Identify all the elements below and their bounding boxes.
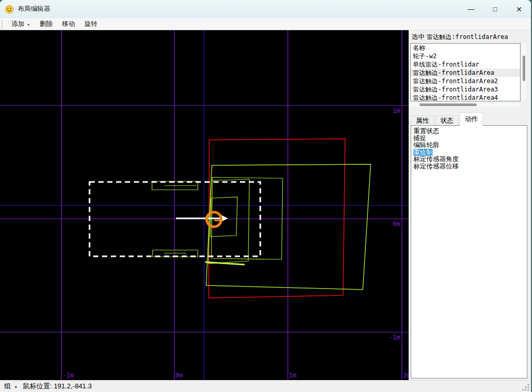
right-panel: 选中 雷达触边:frontlidarArea 名称轮子-w2单线雷达-front… [409,30,531,380]
chevron-down-icon: ▼ [27,23,30,27]
app-icon [5,5,14,14]
maximize-button[interactable]: □ [483,0,507,18]
close-button[interactable]: ✕ [507,0,531,18]
name-list-item[interactable]: 雷达触边-frontlidarArea2 [411,77,520,85]
layout-canvas[interactable]: 1m0m-1m-1m0m1m2m [0,30,409,380]
hscrollbar-thumb[interactable] [420,103,477,106]
name-list-item[interactable]: 轮子-w2 [411,52,520,60]
mouse-position-label: 鼠标位置: [23,382,52,390]
selection-value: 雷达触边:frontlidarArea [426,33,508,41]
action-item[interactable]: 重绘制 [413,149,433,156]
radar-area-green-inner [208,179,249,264]
grid-label-x: 2m [403,372,409,379]
vscrollbar-thumb[interactable] [523,56,525,81]
name-list-vscrollbar[interactable] [522,44,526,100]
grid-label-x: 1m [289,372,296,379]
grid-label-y: 0m [393,220,400,228]
window-controls: — □ ✕ [459,0,531,18]
window-title: 布局编辑器 [18,5,50,14]
toolbar-button-移动[interactable]: 移动 [57,18,80,30]
name-list-item[interactable]: 雷达触边-frontlidarArea3 [411,85,520,94]
selection-prefix: 选中 [412,33,425,41]
mouse-position: 鼠标位置: 191.2,-841.3 [23,382,92,391]
toolbar-buttons: 添加▼删除移动旋转 [7,18,102,30]
tab-属性[interactable]: 属性 [411,115,434,126]
toolbar-button-删除[interactable]: 删除 [35,18,57,30]
action-item[interactable]: 编辑轮廓 [413,141,439,149]
chevron-down-icon: ▼ [14,385,18,389]
status-bar: 组▼ 鼠标位置: 191.2,-841.3 [0,380,531,392]
tab-动作[interactable]: 动作 [460,112,483,126]
resize-grip[interactable] [522,383,529,390]
grid-label-y: -1m [389,334,400,341]
toolbar: 添加▼删除移动旋转 [0,18,531,30]
canvas-svg: 1m0m-1m-1m0m1m2m [0,30,409,380]
name-list-item[interactable]: 雷达触边-frontlidarArea4 [411,94,520,101]
toolbar-gripper[interactable] [2,20,4,28]
action-item[interactable]: 重置状态 [413,127,439,135]
toolbar-button-旋转[interactable]: 旋转 [80,18,102,30]
titlebar: 布局编辑器 — □ ✕ [0,0,531,18]
action-item[interactable]: 标定传感器位移 [413,163,459,170]
grid-label-x: -1m [62,372,74,379]
tab-状态[interactable]: 状态 [435,115,459,126]
toolbar-button-添加[interactable]: 添加▼ [7,18,35,30]
mouse-position-value: 191.2,-841.3 [54,382,92,390]
action-list: 重置状态捕捉编辑轮廓重绘制标定传感器角度标定传感器位移 [411,125,527,378]
grid-label-y: 1m [393,107,400,114]
panel-tabs: 属性状态动作 [411,113,484,126]
window: 布局编辑器 — □ ✕ 添加▼删除移动旋转 1m0m-1m-1m0m1m2m 选… [0,0,531,392]
minimize-button[interactable]: — [459,0,483,18]
radar-area-green-large [206,164,371,290]
action-item[interactable]: 标定传感器角度 [413,155,459,163]
grid-label-x: 0m [175,372,183,379]
group-dropdown[interactable]: 组▼ [4,382,23,391]
selection-label: 选中 雷达触边:frontlidarArea [412,33,508,42]
name-list-item[interactable]: 雷达触边-frontlidarArea [411,69,520,77]
radar-area-red [209,139,345,298]
group-label: 组 [4,382,11,390]
name-list-item[interactable]: 单线雷达-frontlidar [411,60,520,69]
name-list-header: 名称 [411,44,520,52]
action-item[interactable]: 捕捉 [413,135,426,142]
name-list: 名称轮子-w2单线雷达-frontlidar雷达触边-frontlidarAre… [410,43,521,101]
name-list-hscrollbar[interactable] [410,102,521,107]
